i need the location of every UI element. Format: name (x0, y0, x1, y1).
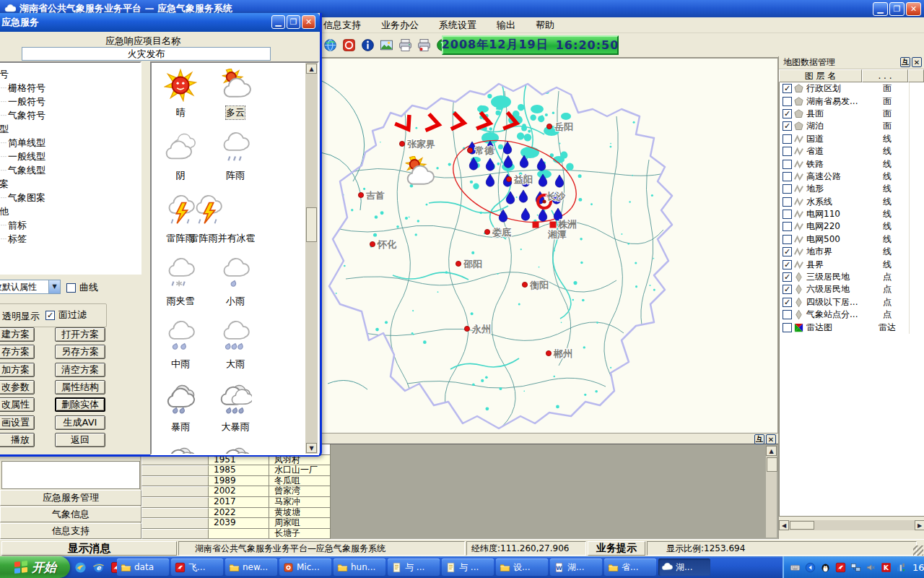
qq-tray-icon[interactable] (819, 561, 832, 574)
taskbar-button-湖...[interactable]: 湖... (658, 558, 710, 576)
symbol-大雨[interactable]: 大雨 (208, 320, 263, 371)
dialog-button-播放[interactable]: 播放 (0, 433, 35, 447)
layer-row-地形[interactable]: 地形线 (780, 183, 924, 195)
layer-row-电网110[interactable]: 电网110线 (780, 208, 924, 220)
layer-row-四级以下居...[interactable]: ✓四级以下居...点 (780, 296, 924, 309)
window-restore-button[interactable]: ❐ (889, 2, 905, 16)
layer-row-国道[interactable]: 国道线 (780, 133, 924, 145)
symbol-大暴雨[interactable]: 大暴雨 (208, 383, 263, 434)
taskbar-button-new...[interactable]: new... (225, 558, 277, 576)
dialog-button-另存方案[interactable]: 另存方案 (55, 345, 105, 359)
layer-name-column-header[interactable]: 图 层 名 (779, 69, 862, 82)
layer-checkbox[interactable] (783, 147, 792, 156)
print2-icon[interactable] (417, 38, 431, 52)
layer-row-县界[interactable]: ✓县界线 (780, 258, 924, 270)
close-icon[interactable]: ✕ (912, 57, 922, 67)
city-marker-邵阳[interactable]: 邵阳 (456, 259, 482, 269)
city-marker-娄底[interactable]: 娄底 (484, 227, 511, 238)
face-filter-checkbox[interactable]: ✓ (45, 311, 55, 320)
symbol-小雨[interactable]: 小雨 (208, 257, 263, 308)
taskbar-button-Mic...[interactable]: Mic... (279, 558, 331, 576)
layer-checkbox[interactable] (783, 134, 792, 144)
symbol-雷阵雨并有冰雹[interactable]: 雷阵雨并有冰雹 (179, 194, 266, 245)
table-row[interactable]: 长塘子 (141, 529, 331, 540)
status-message-button[interactable]: 显示消息 (1, 541, 177, 556)
curve-checkbox[interactable] (66, 283, 76, 293)
menu-item-2[interactable]: 系统设置 (439, 17, 487, 33)
rain-drop-marker[interactable] (503, 142, 512, 154)
layer-checkbox[interactable] (783, 172, 792, 181)
tree-item-1[interactable]: ····栅格符号 (0, 81, 140, 95)
image-icon[interactable] (380, 38, 393, 52)
tree-item-4[interactable]: 线型 (0, 122, 140, 136)
layer-checkbox[interactable]: ✓ (783, 121, 792, 131)
mute-tray-icon[interactable] (864, 561, 878, 574)
layer-checkbox[interactable] (783, 160, 792, 169)
dialog-button-改属性[interactable]: 改属性 (0, 397, 35, 412)
stop-icon[interactable] (342, 38, 356, 52)
tree-item-9[interactable]: ····气象图案 (0, 191, 140, 204)
tree-item-0[interactable]: 符号 (0, 67, 140, 81)
chevron-down-icon[interactable]: ▼ (48, 280, 60, 293)
kaspersky-tray-icon[interactable]: K (879, 561, 893, 574)
tree-item-11[interactable]: ····箭标 (0, 218, 140, 232)
dialog-button-画设置[interactable]: 画设置 (0, 415, 35, 430)
table-row[interactable]: 2017马家冲 (141, 497, 331, 508)
symbol-多云[interactable]: 多云 (208, 69, 263, 119)
dialog-minimize-button[interactable]: ▁ (271, 15, 285, 29)
symbol-阴[interactable]: 阴 (153, 131, 208, 182)
symbol-雨夹雪[interactable]: 雨夹雪 (153, 257, 208, 308)
wind-arrow-icon[interactable] (453, 114, 465, 130)
layer-row-湖南省易发...[interactable]: 湖南省易发...面 (780, 95, 924, 107)
rain-drop-marker[interactable] (555, 175, 564, 187)
rain-drop-marker[interactable] (504, 155, 513, 168)
layer-row-省道[interactable]: 省道线 (780, 145, 924, 158)
dialog-button-打开方案[interactable]: 打开方案 (55, 327, 105, 342)
face-filter-checkbox-row[interactable]: ✓ 面过滤 (45, 309, 87, 322)
layer-checkbox[interactable] (783, 310, 792, 319)
layer-row-湖泊[interactable]: ✓湖泊面 (780, 120, 924, 132)
layer-row-电网220[interactable]: 电网220线 (780, 220, 924, 233)
msn-quicklaunch-icon[interactable] (74, 561, 87, 574)
symbol-暴雨[interactable]: 暴雨 (153, 383, 208, 434)
layer-row-六级居民地[interactable]: ✓六级居民地点 (780, 283, 924, 296)
layer-checkbox[interactable]: ✓ (783, 272, 792, 282)
layer-row-铁路[interactable]: 铁路线 (780, 158, 924, 170)
layer-checkbox[interactable] (783, 184, 792, 194)
pin-icon[interactable]: 彑 (754, 434, 764, 444)
keyboard-tray-icon[interactable] (788, 561, 802, 574)
menu-item-1[interactable]: 业务办公 (381, 17, 429, 33)
taskbar-button-与 ...[interactable]: 与 ... (442, 558, 494, 576)
menu-item-0[interactable]: 信息支持 (323, 17, 371, 33)
city-marker-怀化[interactable]: 怀化 (370, 239, 397, 250)
globe-icon[interactable] (323, 38, 337, 52)
layer-row-地市界[interactable]: ✓地市界线 (780, 246, 924, 258)
layer-row-行政区划[interactable]: ✓行政区划面 (780, 82, 924, 95)
dialog-button-删除实体[interactable]: 删除实体 (55, 397, 105, 412)
project-name-input[interactable]: 火灾发布 (22, 47, 271, 61)
table-row[interactable]: 2002曾家湾 (141, 486, 331, 497)
close-icon[interactable]: ✕ (766, 434, 776, 444)
dialog-restore-button[interactable]: ❐ (287, 15, 300, 29)
layer-checkbox[interactable]: ✓ (783, 247, 792, 256)
layer-checkbox[interactable] (783, 235, 792, 244)
tree-item-5[interactable]: ····简单线型 (0, 136, 140, 150)
tree-item-2[interactable]: ····一般符号 (0, 95, 140, 108)
dialog-close-button[interactable]: ✕ (302, 15, 315, 29)
layer-checkbox[interactable] (783, 210, 792, 219)
nav-button-应急服务管理[interactable]: 应急服务管理 (0, 490, 141, 506)
rain-drop-marker[interactable] (537, 158, 546, 171)
network-tray-icon[interactable] (849, 561, 863, 574)
layers-hscrollbar[interactable]: ◀ ▶ (779, 520, 924, 530)
dialog-button-建方案[interactable]: 建方案 (0, 327, 35, 342)
status-tip-button[interactable]: 业务提示 (588, 541, 645, 556)
table-row[interactable]: 1989冬瓜咀 (141, 476, 331, 487)
layer-checkbox[interactable]: ✓ (783, 109, 792, 118)
tree-item-12[interactable]: ····标签 (0, 232, 140, 246)
symbols-scrollbar[interactable]: ▲ ▼ (305, 63, 318, 454)
layer-checkbox[interactable]: ✓ (783, 298, 792, 307)
city-marker-湘潭[interactable]: 湘潭 (547, 229, 567, 240)
layer-checkbox[interactable]: ✓ (783, 260, 792, 269)
nav-button-气象信息[interactable]: 气象信息 (0, 506, 141, 522)
taskbar-button-hun...[interactable]: hun... (334, 558, 385, 576)
